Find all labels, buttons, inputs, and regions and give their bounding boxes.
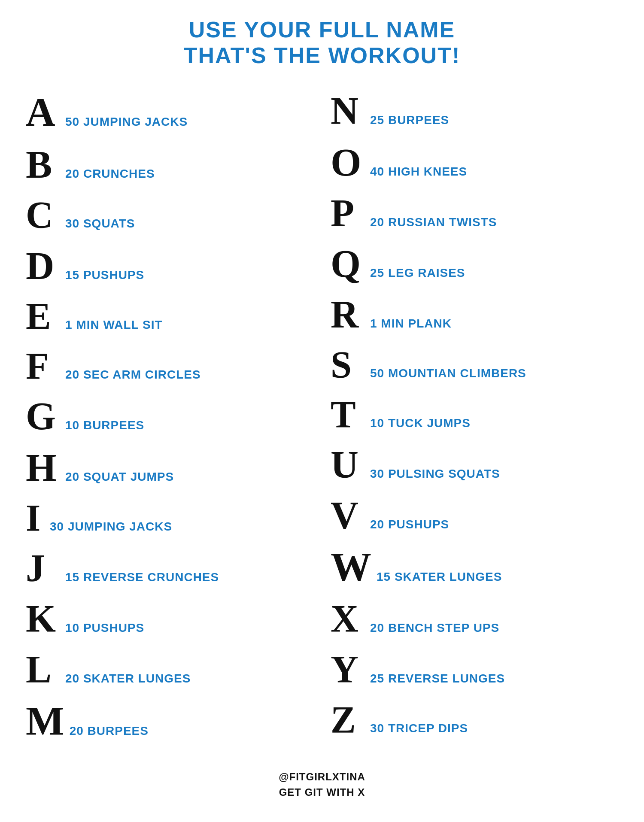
list-item: L 20 SKATER LUNGES (26, 644, 313, 695)
list-item: A 50 JUMPING JACKS (26, 86, 313, 139)
exercise-v: 20 PUSHUPS (370, 517, 449, 532)
exercise-b: 20 CRUNCHES (65, 167, 155, 181)
exercise-l: 20 SKATER LUNGES (65, 671, 191, 686)
letter-m: M (26, 701, 64, 742)
letter-v: V (331, 496, 365, 535)
header-line1: USE YOUR FULL NAME (184, 17, 460, 43)
exercise-k: 10 PUSHUPS (65, 621, 144, 635)
right-column: N 25 BURPEES O 40 HIGH KNEES P 20 RUSSIA… (331, 86, 618, 748)
list-item: D 15 PUSHUPS (26, 240, 313, 291)
list-item: T 10 TUCK JUMPS (331, 390, 618, 440)
letter-b: B (26, 145, 60, 184)
list-item: O 40 HIGH KNEES (331, 136, 618, 188)
list-item: S 50 MOUNTIAN CLIMBERS (331, 340, 618, 390)
letter-r: R (331, 295, 365, 334)
letter-j: J (26, 549, 60, 588)
list-item: K 10 PUSHUPS (26, 594, 313, 644)
left-column: A 50 JUMPING JACKS B 20 CRUNCHES C 30 SQ… (26, 86, 313, 748)
list-item: P 20 RUSSIAN TWISTS (331, 188, 618, 239)
list-item: B 20 CRUNCHES (26, 139, 313, 190)
list-item: R 1 MIN PLANK (331, 289, 618, 340)
letter-z: Z (331, 701, 365, 739)
list-item: F 20 SEC ARM CIRCLES (26, 341, 313, 391)
list-item: E 1 MIN WALL SIT (26, 291, 313, 341)
letter-u: U (331, 446, 365, 484)
footer-line2: GET GIT WITH X (279, 785, 365, 800)
letter-d: D (26, 246, 60, 285)
list-item: Z 30 TRICEP DIPS (331, 695, 618, 745)
exercise-f: 20 SEC ARM CIRCLES (65, 367, 201, 382)
exercise-j: 15 REVERSE CRUNCHES (65, 570, 219, 585)
exercise-i: 30 JUMPING JACKS (50, 519, 172, 534)
letter-o: O (331, 143, 365, 182)
exercise-p: 20 RUSSIAN TWISTS (370, 215, 497, 230)
exercise-m: 20 BURPEES (70, 724, 149, 738)
letter-p: P (331, 194, 365, 233)
letter-t: T (331, 396, 365, 434)
exercise-h: 20 SQUAT JUMPS (65, 470, 174, 484)
exercise-q: 25 LEG RAISES (370, 266, 465, 280)
exercise-r: 1 MIN PLANK (370, 316, 452, 331)
list-item: C 30 SQUATS (26, 190, 313, 240)
letter-l: L (26, 650, 60, 689)
letter-e: E (26, 297, 60, 335)
exercise-a: 50 JUMPING JACKS (65, 115, 188, 129)
list-item: I 30 JUMPING JACKS (26, 493, 313, 543)
exercise-o: 40 HIGH KNEES (370, 164, 467, 179)
exercise-g: 10 BURPEES (65, 418, 144, 433)
exercise-u: 30 PULSING SQUATS (370, 467, 500, 481)
letter-w: W (331, 547, 371, 588)
list-item: Y 25 REVERSE LUNGES (331, 644, 618, 695)
list-item: H 20 SQUAT JUMPS (26, 442, 313, 493)
letter-c: C (26, 196, 60, 234)
list-item: G 10 BURPEES (26, 391, 313, 442)
list-item: M 20 BURPEES (26, 695, 313, 748)
letter-q: Q (331, 245, 365, 283)
exercise-w: 15 SKATER LUNGES (377, 570, 502, 584)
footer-line1: @FITGIRLXTINA (279, 769, 365, 785)
letter-n: N (331, 92, 365, 130)
list-item: X 20 BENCH STEP UPS (331, 594, 618, 644)
letter-g: G (26, 397, 60, 436)
letter-y: Y (331, 650, 365, 689)
exercise-x: 20 BENCH STEP UPS (370, 621, 499, 635)
letter-k: K (26, 600, 60, 638)
list-item: V 20 PUSHUPS (331, 490, 618, 541)
exercise-y: 25 REVERSE LUNGES (370, 671, 505, 686)
letter-h: H (26, 448, 60, 487)
letter-f: F (26, 347, 60, 385)
workout-grid: A 50 JUMPING JACKS B 20 CRUNCHES C 30 SQ… (26, 86, 618, 748)
header-line2: THAT'S THE WORKOUT! (184, 43, 460, 69)
exercise-n: 25 BURPEES (370, 113, 449, 127)
exercise-e: 1 MIN WALL SIT (65, 318, 163, 332)
list-item: U 30 PULSING SQUATS (331, 440, 618, 490)
list-item: N 25 BURPEES (331, 86, 618, 136)
letter-s: S (331, 346, 365, 384)
letter-i: I (26, 499, 43, 537)
exercise-d: 15 PUSHUPS (65, 268, 144, 282)
page-footer: @FITGIRLXTINA GET GIT WITH X (279, 769, 365, 800)
letter-x: X (331, 600, 365, 638)
exercise-s: 50 MOUNTIAN CLIMBERS (370, 366, 526, 381)
list-item: Q 25 LEG RAISES (331, 239, 618, 289)
exercise-c: 30 SQUATS (65, 216, 135, 231)
letter-a: A (26, 92, 60, 133)
list-item: J 15 REVERSE CRUNCHES (26, 543, 313, 594)
page-header: USE YOUR FULL NAME THAT'S THE WORKOUT! (184, 17, 460, 69)
list-item: W 15 SKATER LUNGES (331, 541, 618, 594)
exercise-z: 30 TRICEP DIPS (370, 721, 468, 736)
exercise-t: 10 TUCK JUMPS (370, 416, 471, 431)
